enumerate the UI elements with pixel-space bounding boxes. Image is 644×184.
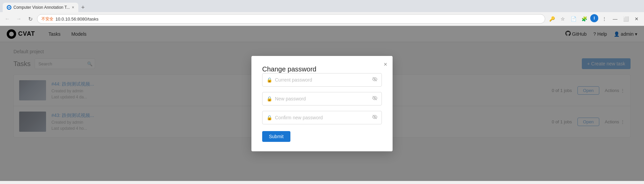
submit-btn[interactable]: Submit	[262, 131, 290, 142]
tab-favicon	[7, 5, 11, 10]
eye-icon[interactable]	[372, 95, 377, 102]
app-container: CVAT Tasks Models GitHub ? Help 👤 admin …	[0, 26, 644, 181]
browser-tab-active[interactable]: Computer Vision Annotation T... ×	[3, 3, 78, 12]
forward-btn[interactable]: →	[14, 14, 24, 24]
key-icon[interactable]: 🔑	[547, 14, 557, 24]
lock-icon: 🔒	[267, 77, 272, 83]
new-password-field: 🔒	[262, 92, 382, 105]
profile-btn[interactable]: I	[590, 14, 598, 22]
extension-icon[interactable]: 🧩	[579, 14, 589, 24]
browser-toolbar: ← → ↻ 不安全 10.0.10.56:8080/tasks 🔑 ☆ 📄 🧩 …	[0, 12, 644, 26]
address-bar[interactable]: 不安全 10.0.10.56:8080/tasks	[37, 14, 545, 24]
browser-tabs: Computer Vision Annotation T... × +	[0, 0, 644, 12]
reload-btn[interactable]: ↻	[26, 14, 35, 24]
svg-point-1	[8, 7, 10, 8]
tab-title: Computer Vision Annotation T...	[13, 5, 70, 10]
modal-overlay: Change password × 🔒 🔒 🔒	[0, 26, 644, 181]
lock-icon: 🔒	[267, 115, 272, 120]
lock-icon: 🔒	[267, 96, 272, 101]
restore-btn[interactable]: ⬜	[621, 14, 631, 24]
browser-actions: 🔑 ☆ 📄 🧩 I ⋮ — ⬜ ✕	[547, 14, 641, 24]
minimize-btn[interactable]: —	[610, 14, 620, 24]
security-warning: 不安全	[41, 16, 53, 22]
current-password-field: 🔒	[262, 73, 382, 87]
modal-title: Change password	[262, 65, 316, 73]
current-password-input[interactable]	[275, 77, 369, 83]
new-tab-btn[interactable]: +	[78, 3, 88, 12]
address-url: 10.0.10.56:8080/tasks	[55, 17, 98, 22]
eye-icon[interactable]	[372, 114, 377, 121]
change-password-modal: Change password × 🔒 🔒 🔒	[251, 56, 393, 151]
close-window-btn[interactable]: ✕	[632, 14, 641, 24]
modal-close-btn[interactable]: ×	[384, 61, 387, 67]
browser-chrome: Computer Vision Annotation T... × + ← → …	[0, 0, 644, 26]
menu-btn[interactable]: ⋮	[600, 14, 609, 24]
confirm-password-input[interactable]	[275, 115, 369, 120]
eye-icon[interactable]	[372, 76, 377, 83]
new-password-input[interactable]	[275, 96, 369, 101]
confirm-password-field: 🔒	[262, 111, 382, 124]
page-icon[interactable]: 📄	[569, 14, 578, 24]
star-icon[interactable]: ☆	[558, 14, 567, 24]
back-btn[interactable]: ←	[3, 14, 12, 24]
tab-close-btn[interactable]: ×	[72, 5, 74, 10]
